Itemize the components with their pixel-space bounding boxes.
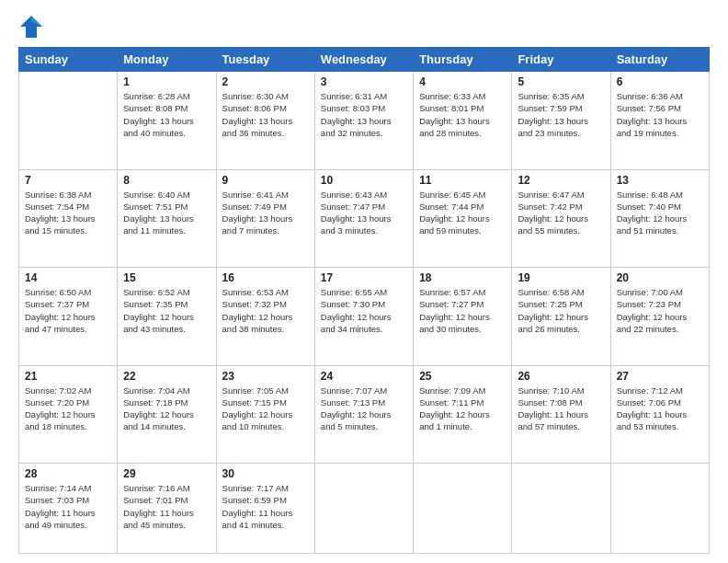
day-number: 21 xyxy=(25,370,111,383)
day-info: Sunrise: 6:28 AM Sunset: 8:08 PM Dayligh… xyxy=(123,90,210,139)
day-number: 9 xyxy=(222,174,309,187)
day-number: 27 xyxy=(617,370,703,383)
day-number: 29 xyxy=(123,467,210,480)
calendar-cell: 3Sunrise: 6:31 AM Sunset: 8:03 PM Daylig… xyxy=(314,72,413,170)
calendar-cell: 25Sunrise: 7:09 AM Sunset: 7:11 PM Dayli… xyxy=(414,365,512,464)
calendar-cell: 6Sunrise: 6:36 AM Sunset: 7:56 PM Daylig… xyxy=(610,72,709,170)
calendar-cell: 24Sunrise: 7:07 AM Sunset: 7:13 PM Dayli… xyxy=(314,365,413,464)
day-info: Sunrise: 6:45 AM Sunset: 7:44 PM Dayligh… xyxy=(419,189,506,237)
day-number: 15 xyxy=(123,271,210,284)
day-info: Sunrise: 6:43 AM Sunset: 7:47 PM Dayligh… xyxy=(321,189,407,237)
day-number: 6 xyxy=(617,75,703,88)
day-info: Sunrise: 7:10 AM Sunset: 7:08 PM Dayligh… xyxy=(518,385,604,433)
calendar-cell: 17Sunrise: 6:55 AM Sunset: 7:30 PM Dayli… xyxy=(314,268,413,366)
calendar-cell: 2Sunrise: 6:30 AM Sunset: 8:06 PM Daylig… xyxy=(216,72,314,170)
calendar-cell: 29Sunrise: 7:16 AM Sunset: 7:01 PM Dayli… xyxy=(118,464,216,554)
weekday-header-tuesday: Tuesday xyxy=(216,48,314,72)
day-number: 26 xyxy=(518,370,604,383)
day-info: Sunrise: 6:31 AM Sunset: 8:03 PM Dayligh… xyxy=(321,90,407,139)
calendar-cell: 22Sunrise: 7:04 AM Sunset: 7:18 PM Dayli… xyxy=(118,365,216,464)
calendar-cell: 7Sunrise: 6:38 AM Sunset: 7:54 PM Daylig… xyxy=(19,169,118,268)
day-info: Sunrise: 6:48 AM Sunset: 7:40 PM Dayligh… xyxy=(617,189,703,237)
calendar-cell: 30Sunrise: 7:17 AM Sunset: 6:59 PM Dayli… xyxy=(216,464,314,554)
day-info: Sunrise: 7:04 AM Sunset: 7:18 PM Dayligh… xyxy=(123,385,210,433)
day-number: 1 xyxy=(123,75,210,88)
calendar-cell: 19Sunrise: 6:58 AM Sunset: 7:25 PM Dayli… xyxy=(512,268,610,366)
day-number: 5 xyxy=(518,75,604,88)
week-row-3: 14Sunrise: 6:50 AM Sunset: 7:37 PM Dayli… xyxy=(19,268,710,366)
calendar-cell: 9Sunrise: 6:41 AM Sunset: 7:49 PM Daylig… xyxy=(216,169,314,268)
calendar-cell: 8Sunrise: 6:40 AM Sunset: 7:51 PM Daylig… xyxy=(118,169,216,268)
calendar-cell: 12Sunrise: 6:47 AM Sunset: 7:42 PM Dayli… xyxy=(512,169,610,268)
day-info: Sunrise: 7:09 AM Sunset: 7:11 PM Dayligh… xyxy=(419,385,506,433)
day-number: 14 xyxy=(25,271,111,284)
calendar-cell xyxy=(512,464,610,554)
day-number: 10 xyxy=(321,174,407,187)
day-info: Sunrise: 7:14 AM Sunset: 7:03 PM Dayligh… xyxy=(25,482,111,531)
weekday-header-wednesday: Wednesday xyxy=(314,48,413,72)
day-number: 12 xyxy=(518,174,604,187)
day-info: Sunrise: 6:47 AM Sunset: 7:42 PM Dayligh… xyxy=(518,189,604,237)
day-info: Sunrise: 6:55 AM Sunset: 7:30 PM Dayligh… xyxy=(321,286,407,335)
day-number: 17 xyxy=(321,271,407,284)
header xyxy=(18,14,710,40)
day-number: 8 xyxy=(123,174,210,187)
weekday-header-thursday: Thursday xyxy=(414,48,512,72)
day-number: 13 xyxy=(617,174,703,187)
day-number: 7 xyxy=(25,174,111,187)
calendar-cell xyxy=(19,72,118,170)
week-row-1: 1Sunrise: 6:28 AM Sunset: 8:08 PM Daylig… xyxy=(19,72,710,170)
day-info: Sunrise: 6:52 AM Sunset: 7:35 PM Dayligh… xyxy=(123,286,210,335)
logo-icon xyxy=(18,14,44,40)
day-info: Sunrise: 7:02 AM Sunset: 7:20 PM Dayligh… xyxy=(25,385,111,433)
calendar-cell: 21Sunrise: 7:02 AM Sunset: 7:20 PM Dayli… xyxy=(19,365,118,464)
day-number: 4 xyxy=(419,75,506,88)
page: SundayMondayTuesdayWednesdayThursdayFrid… xyxy=(0,0,728,563)
day-number: 3 xyxy=(321,75,407,88)
day-info: Sunrise: 7:00 AM Sunset: 7:23 PM Dayligh… xyxy=(617,286,703,335)
calendar-cell: 13Sunrise: 6:48 AM Sunset: 7:40 PM Dayli… xyxy=(610,169,709,268)
day-number: 2 xyxy=(222,75,309,88)
day-info: Sunrise: 7:16 AM Sunset: 7:01 PM Dayligh… xyxy=(123,482,210,531)
calendar-table: SundayMondayTuesdayWednesdayThursdayFrid… xyxy=(18,47,710,554)
day-info: Sunrise: 6:41 AM Sunset: 7:49 PM Dayligh… xyxy=(222,189,309,237)
day-number: 24 xyxy=(321,370,407,383)
week-row-4: 21Sunrise: 7:02 AM Sunset: 7:20 PM Dayli… xyxy=(19,365,710,464)
day-number: 23 xyxy=(222,370,309,383)
day-number: 25 xyxy=(419,370,506,383)
day-info: Sunrise: 6:58 AM Sunset: 7:25 PM Dayligh… xyxy=(518,286,604,335)
calendar-cell: 23Sunrise: 7:05 AM Sunset: 7:15 PM Dayli… xyxy=(216,365,314,464)
day-info: Sunrise: 7:17 AM Sunset: 6:59 PM Dayligh… xyxy=(222,482,309,531)
calendar-cell: 5Sunrise: 6:35 AM Sunset: 7:59 PM Daylig… xyxy=(512,72,610,170)
calendar-cell: 15Sunrise: 6:52 AM Sunset: 7:35 PM Dayli… xyxy=(118,268,216,366)
day-number: 11 xyxy=(419,174,506,187)
day-number: 16 xyxy=(222,271,309,284)
day-info: Sunrise: 6:30 AM Sunset: 8:06 PM Dayligh… xyxy=(222,90,309,139)
weekday-header-monday: Monday xyxy=(118,48,216,72)
day-info: Sunrise: 6:38 AM Sunset: 7:54 PM Dayligh… xyxy=(25,189,111,237)
week-row-5: 28Sunrise: 7:14 AM Sunset: 7:03 PM Dayli… xyxy=(19,464,710,554)
calendar-cell: 14Sunrise: 6:50 AM Sunset: 7:37 PM Dayli… xyxy=(19,268,118,366)
day-info: Sunrise: 6:40 AM Sunset: 7:51 PM Dayligh… xyxy=(123,189,210,237)
day-info: Sunrise: 6:57 AM Sunset: 7:27 PM Dayligh… xyxy=(419,286,506,335)
calendar-cell xyxy=(610,464,709,554)
logo xyxy=(18,14,48,40)
day-info: Sunrise: 7:12 AM Sunset: 7:06 PM Dayligh… xyxy=(617,385,703,433)
calendar-cell: 11Sunrise: 6:45 AM Sunset: 7:44 PM Dayli… xyxy=(414,169,512,268)
calendar-cell: 4Sunrise: 6:33 AM Sunset: 8:01 PM Daylig… xyxy=(414,72,512,170)
day-number: 28 xyxy=(25,467,111,480)
day-number: 20 xyxy=(617,271,703,284)
week-row-2: 7Sunrise: 6:38 AM Sunset: 7:54 PM Daylig… xyxy=(19,169,710,268)
day-info: Sunrise: 6:35 AM Sunset: 7:59 PM Dayligh… xyxy=(518,90,604,139)
calendar-cell: 10Sunrise: 6:43 AM Sunset: 7:47 PM Dayli… xyxy=(314,169,413,268)
day-info: Sunrise: 6:36 AM Sunset: 7:56 PM Dayligh… xyxy=(617,90,703,139)
calendar-cell: 26Sunrise: 7:10 AM Sunset: 7:08 PM Dayli… xyxy=(512,365,610,464)
calendar-cell xyxy=(314,464,413,554)
day-info: Sunrise: 6:33 AM Sunset: 8:01 PM Dayligh… xyxy=(419,90,506,139)
day-info: Sunrise: 7:07 AM Sunset: 7:13 PM Dayligh… xyxy=(321,385,407,433)
weekday-header-friday: Friday xyxy=(512,48,610,72)
day-info: Sunrise: 6:50 AM Sunset: 7:37 PM Dayligh… xyxy=(25,286,111,335)
calendar-cell: 28Sunrise: 7:14 AM Sunset: 7:03 PM Dayli… xyxy=(19,464,118,554)
day-number: 18 xyxy=(419,271,506,284)
weekday-header-saturday: Saturday xyxy=(610,48,709,72)
